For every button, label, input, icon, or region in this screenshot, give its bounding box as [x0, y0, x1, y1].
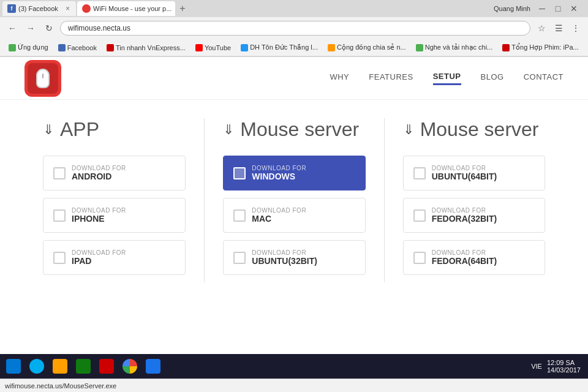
mouse-server-linux-title: ⇓ Mouse server — [403, 118, 545, 141]
user-name: Quang Minh — [494, 5, 530, 12]
ie-icon — [29, 359, 44, 374]
address-input[interactable] — [60, 21, 530, 36]
nav-why[interactable]: WHY — [330, 72, 349, 84]
mac-checkbox-icon — [233, 209, 246, 222]
ubuntu32-platform-label: UBUNTU(32BIT) — [252, 256, 317, 266]
site-logo[interactable] — [24, 60, 61, 97]
bookmark-nhac[interactable]: Nghe và tải nhạc chi... — [412, 42, 497, 53]
bookmark-phim[interactable]: Tổng Hợp Phim: iPa... — [499, 42, 582, 53]
iphone-btn-text: DOWNLOAD FOR IPHONE — [72, 207, 126, 224]
taskbar-date: 14/03/2017 — [547, 366, 581, 374]
mouse-server-win-title: ⇓ Mouse server — [223, 118, 365, 141]
app-section-title: ⇓ APP — [43, 118, 186, 141]
nav-contact[interactable]: CONTACT — [524, 72, 564, 84]
refresh-button[interactable]: ↻ — [42, 21, 56, 36]
back-button[interactable]: ← — [5, 21, 20, 36]
status-url: wifimouse.necta.us/MouseServer.exe — [5, 382, 116, 390]
taskbar-start-button[interactable] — [2, 355, 24, 377]
download-mac-button[interactable]: DOWNLOAD FOR MAC — [223, 198, 365, 233]
bookmark-apps[interactable]: Ứng dụng — [5, 42, 52, 53]
download-windows-button[interactable]: DOWNLOAD FOR WINDOWS — [223, 156, 365, 190]
maximize-button[interactable]: □ — [551, 2, 565, 15]
taskbar-explorer-button[interactable] — [49, 355, 71, 377]
taskbar-store-button[interactable] — [72, 355, 94, 377]
bm-yt-label: YouTube — [205, 44, 231, 51]
fedora32-for-label: DOWNLOAD FOR — [432, 207, 497, 214]
minimize-button[interactable]: ─ — [535, 2, 549, 15]
close-button[interactable]: ✕ — [567, 2, 581, 15]
browser-actions: ☆ ☰ ⋮ — [534, 21, 583, 36]
bm-cd-icon — [328, 44, 335, 51]
nav-blog[interactable]: BLOG — [481, 72, 504, 84]
windows-platform-label: WINDOWS — [252, 172, 306, 181]
ms-linux-download-icon: ⇓ — [403, 122, 414, 138]
reader-button[interactable]: ☰ — [551, 21, 566, 36]
taskbar-chrome-button[interactable] — [119, 355, 141, 377]
new-tab-button[interactable]: + — [176, 2, 189, 15]
bm-apps-icon — [9, 44, 16, 51]
taskbar-lang: VIE — [531, 363, 542, 370]
tab-facebook[interactable]: f (3) Facebook × — [2, 1, 76, 16]
bm-phim-icon — [502, 44, 510, 51]
mac-btn-text: DOWNLOAD FOR MAC — [252, 207, 306, 224]
iphone-for-label: DOWNLOAD FOR — [72, 207, 126, 214]
tab-close-wifi[interactable]: × — [174, 3, 175, 14]
nav-setup[interactable]: SETUP — [433, 72, 461, 85]
bookmark-cd[interactable]: Cộng đồng chia sẻ n... — [324, 42, 410, 53]
android-for-label: DOWNLOAD FOR — [72, 165, 126, 172]
app-download-icon: ⇓ — [43, 122, 54, 138]
bookmark-facebook[interactable]: Facebook — [55, 43, 100, 53]
address-bar-row: ← → ↻ ☆ ☰ ⋮ — [0, 17, 588, 39]
nav-features[interactable]: FEATURES — [369, 72, 413, 84]
bm-yt-icon — [195, 44, 203, 51]
ubuntu32-btn-text: DOWNLOAD FOR UBUNTU(32BIT) — [252, 249, 317, 266]
download-iphone-button[interactable]: DOWNLOAD FOR IPHONE — [43, 198, 186, 233]
download-android-button[interactable]: DOWNLOAD FOR ANDROID — [43, 156, 186, 190]
ms-win-download-icon: ⇓ — [223, 122, 234, 138]
forward-button[interactable]: → — [23, 21, 38, 36]
fedora64-platform-label: FEDORA(64BIT) — [432, 256, 497, 266]
chrome-icon — [123, 359, 137, 374]
taskbar-blue2-button[interactable] — [142, 355, 164, 377]
menu-button[interactable]: ⋮ — [568, 21, 583, 36]
download-ubuntu32-button[interactable]: DOWNLOAD FOR UBUNTU(32BIT) — [223, 240, 365, 275]
blue-app-icon — [146, 359, 160, 374]
tab-label-facebook: (3) Facebook — [18, 5, 58, 12]
ubuntu32-checkbox-icon — [233, 252, 246, 264]
bookmark-windows[interactable]: Tải bộ cài Windows X... — [585, 42, 588, 53]
red-app-icon — [99, 359, 114, 374]
bookmark-yt[interactable]: YouTube — [192, 43, 235, 53]
window-controls: Quang Minh ─ □ ✕ — [494, 2, 586, 15]
bm-apps-label: Ứng dụng — [18, 43, 48, 51]
windows-btn-text: DOWNLOAD FOR WINDOWS — [252, 165, 306, 181]
mouse-server-linux-section: ⇓ Mouse server DOWNLOAD FOR UBUNTU(64BIT… — [384, 118, 564, 282]
bm-dh-icon — [241, 44, 248, 51]
ms-linux-title-text: Mouse server — [420, 118, 539, 141]
bookmark-dh[interactable]: DH Tôn Đức Thắng l... — [237, 42, 322, 53]
iphone-platform-label: IPHONE — [72, 214, 126, 224]
fedora64-checkbox-icon — [413, 252, 426, 264]
mac-for-label: DOWNLOAD FOR — [252, 207, 306, 214]
star-button[interactable]: ☆ — [534, 21, 549, 36]
tab-wifi-mouse[interactable]: WiFi Mouse - use your p... × — [77, 1, 175, 16]
folder-icon — [53, 359, 67, 374]
android-checkbox-icon — [53, 167, 66, 179]
download-fedora64-button[interactable]: DOWNLOAD FOR FEDORA(64BIT) — [403, 240, 545, 275]
download-ipad-button[interactable]: DOWNLOAD FOR IPAD — [43, 240, 186, 275]
fedora32-platform-label: FEDORA(32BIT) — [432, 214, 497, 224]
site-content: WHY FEATURES SETUP BLOG CONTACT ⇓ APP DO… — [0, 57, 588, 355]
download-fedora32-button[interactable]: DOWNLOAD FOR FEDORA(32BIT) — [403, 198, 545, 233]
taskbar-red-button[interactable] — [96, 355, 118, 377]
bm-nhac-icon — [416, 44, 423, 51]
fedora64-btn-text: DOWNLOAD FOR FEDORA(64BIT) — [432, 249, 497, 266]
taskbar-ie-button[interactable] — [26, 355, 48, 377]
site-nav: WHY FEATURES SETUP BLOG CONTACT — [0, 57, 588, 100]
download-ubuntu64-button[interactable]: DOWNLOAD FOR UBUNTU(64BIT) — [403, 156, 545, 190]
taskbar: VIE 12:09 SA 14/03/2017 — [0, 354, 588, 379]
ipad-btn-text: DOWNLOAD FOR IPAD — [72, 249, 126, 266]
bookmark-vne[interactable]: Tin nhanh VnExpress... — [103, 43, 189, 53]
logo-mouse-icon — [36, 69, 50, 88]
windows-checkbox-icon — [233, 167, 246, 179]
app-section: ⇓ APP DOWNLOAD FOR ANDROID DOWNLOAD FOR … — [24, 118, 204, 282]
tab-close-facebook[interactable]: × — [64, 3, 71, 14]
